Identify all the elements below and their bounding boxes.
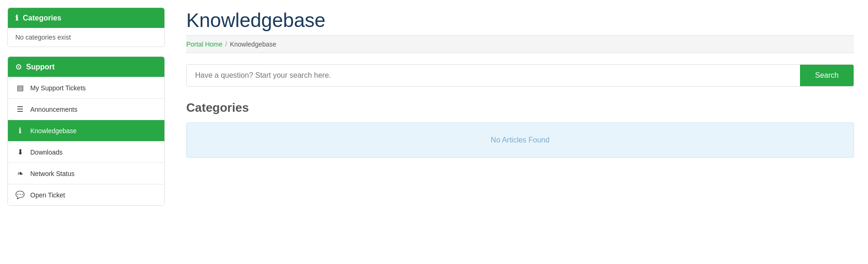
search-input[interactable] xyxy=(187,65,800,86)
page-title: Knowledgebase xyxy=(186,9,854,32)
categories-card: Categories No categories exist xyxy=(7,7,165,47)
categories-header-label: Categories xyxy=(23,14,61,22)
breadcrumb: Portal Home / Knowledgebase xyxy=(186,35,854,53)
no-articles-box: No Articles Found xyxy=(186,122,854,158)
sidebar-item-knowledgebase[interactable]: ℹ Knowledgebase xyxy=(8,120,164,141)
open-ticket-icon: 💬 xyxy=(15,190,25,199)
breadcrumb-separator: / xyxy=(225,41,227,48)
sidebar-item-label: Knowledgebase xyxy=(30,127,77,135)
sidebar-item-downloads[interactable]: ⬇ Downloads xyxy=(8,141,164,162)
no-articles-message: No Articles Found xyxy=(491,136,549,144)
network-status-icon: ❧ xyxy=(15,169,25,178)
sidebar-item-label: Downloads xyxy=(30,149,62,156)
sidebar-item-label: Open Ticket xyxy=(30,191,65,199)
support-icon: ⊙ xyxy=(15,62,21,71)
sidebar-item-network-status[interactable]: ❧ Network Status xyxy=(8,162,164,184)
categories-card-header: Categories xyxy=(8,8,164,28)
sidebar: Categories No categories exist ⊙ Support… xyxy=(0,0,172,264)
knowledgebase-icon: ℹ xyxy=(15,126,25,135)
breadcrumb-current: Knowledgebase xyxy=(230,41,277,48)
categories-empty-message: No categories exist xyxy=(8,28,164,47)
sidebar-item-open-ticket[interactable]: 💬 Open Ticket xyxy=(8,184,164,205)
support-nav: ⊙ Support ▤ My Support Tickets ☰ Announc… xyxy=(7,56,165,206)
support-header-label: Support xyxy=(26,63,54,71)
announcements-icon: ☰ xyxy=(15,105,25,114)
info-icon xyxy=(15,14,18,22)
ticket-icon: ▤ xyxy=(15,83,25,92)
search-button[interactable]: Search xyxy=(800,65,854,86)
sidebar-item-label: Announcements xyxy=(30,106,77,113)
downloads-icon: ⬇ xyxy=(15,148,25,156)
sidebar-item-label: My Support Tickets xyxy=(30,84,86,92)
support-nav-header: ⊙ Support xyxy=(8,57,164,77)
search-bar: Search xyxy=(186,64,854,87)
sidebar-item-my-support-tickets[interactable]: ▤ My Support Tickets xyxy=(8,77,164,98)
sidebar-item-label: Network Status xyxy=(30,170,75,177)
breadcrumb-home-link[interactable]: Portal Home xyxy=(186,41,223,48)
sidebar-item-announcements[interactable]: ☰ Announcements xyxy=(8,98,164,120)
main-content: Knowledgebase Portal Home / Knowledgebas… xyxy=(172,0,868,264)
categories-section-title: Categories xyxy=(186,101,854,115)
